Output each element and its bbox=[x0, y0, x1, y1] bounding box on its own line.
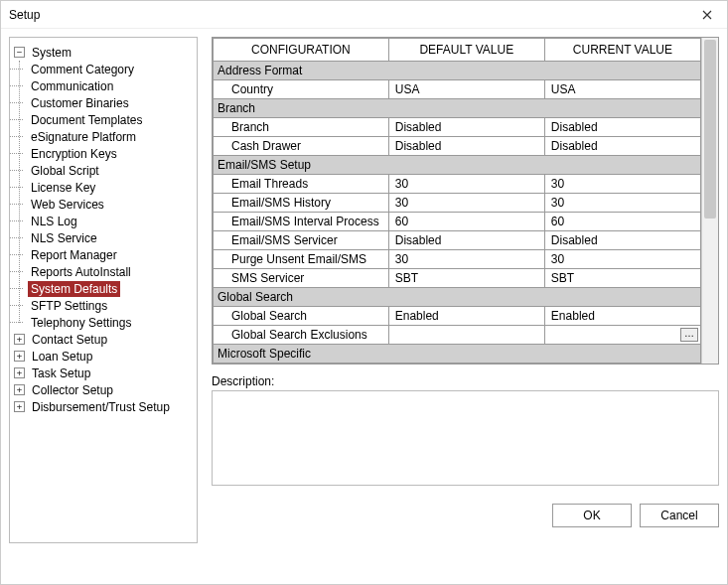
default-value-cell: 30 bbox=[388, 194, 544, 213]
tree-node-report-manager[interactable]: Report Manager bbox=[28, 246, 193, 263]
config-grid-wrap: CONFIGURATION DEFAULT VALUE CURRENT VALU… bbox=[212, 37, 719, 365]
tree-node-label: Encryption Keys bbox=[28, 146, 120, 162]
config-row[interactable]: Cash DrawerDisabledDisabled bbox=[214, 137, 701, 156]
nav-tree-panel: −SystemComment CategoryCommunicationCust… bbox=[9, 37, 198, 543]
expand-icon[interactable]: + bbox=[14, 384, 25, 395]
config-name-cell: Cash Drawer bbox=[214, 137, 389, 156]
tree-node-nls-service[interactable]: NLS Service bbox=[28, 229, 193, 246]
col-header-default[interactable]: DEFAULT VALUE bbox=[388, 39, 544, 62]
section-header: Branch bbox=[214, 99, 701, 118]
close-icon bbox=[702, 10, 712, 20]
current-value-cell[interactable]: SBT bbox=[544, 269, 700, 288]
tree-node-collector-setup[interactable]: +Collector Setup bbox=[14, 381, 193, 398]
config-name-cell: Global Search bbox=[214, 307, 389, 326]
section-row: Address Format bbox=[214, 62, 701, 80]
tree-node-comment-category[interactable]: Comment Category bbox=[28, 61, 193, 77]
tree-node-sftp-settings[interactable]: SFTP Settings bbox=[28, 297, 193, 314]
default-value-cell: Disabled bbox=[388, 231, 544, 250]
config-name-cell: Email/SMS Servicer bbox=[214, 231, 389, 250]
tree-node-label: System Defaults bbox=[28, 281, 120, 297]
tree-node-label: Collector Setup bbox=[29, 382, 116, 398]
tree-node-web-services[interactable]: Web Services bbox=[28, 196, 193, 213]
tree-node-encryption-keys[interactable]: Encryption Keys bbox=[28, 145, 193, 162]
tree-node-nls-log[interactable]: NLS Log bbox=[28, 213, 193, 229]
expand-icon[interactable]: + bbox=[14, 334, 25, 345]
tree-node-loan-setup[interactable]: +Loan Setup bbox=[14, 348, 193, 365]
config-row[interactable]: Encrypt SQL ConnectionDisabledDisabled bbox=[214, 364, 701, 365]
tree-node-communication[interactable]: Communication bbox=[28, 77, 193, 94]
tree-node-label: SFTP Settings bbox=[28, 298, 110, 314]
tree-node-label: License Key bbox=[28, 180, 98, 196]
config-name-cell: Global Search Exclusions bbox=[214, 326, 389, 345]
config-row[interactable]: Email/SMS ServicerDisabledDisabled bbox=[214, 231, 701, 250]
scrollbar-thumb[interactable] bbox=[704, 40, 716, 219]
tree-node-system-defaults[interactable]: System Defaults bbox=[28, 280, 193, 297]
current-value-cell[interactable]: Disabled bbox=[544, 364, 700, 365]
expand-icon[interactable]: + bbox=[14, 367, 25, 378]
current-value-cell[interactable]: 60 bbox=[544, 213, 700, 231]
cancel-button[interactable]: Cancel bbox=[640, 504, 719, 527]
dialog-button-row: OK Cancel bbox=[212, 504, 719, 527]
config-row[interactable]: Email Threads3030 bbox=[214, 175, 701, 194]
close-button[interactable] bbox=[695, 3, 719, 27]
tree-node-document-templates[interactable]: Document Templates bbox=[28, 111, 193, 128]
config-name-cell: Branch bbox=[214, 118, 389, 137]
tree-node-label: Report Manager bbox=[28, 247, 120, 263]
config-row[interactable]: Email/SMS History3030 bbox=[214, 194, 701, 213]
default-value-cell: Disabled bbox=[388, 137, 544, 156]
grid-scrollbar[interactable] bbox=[701, 38, 718, 364]
tree-node-reports-autoinstall[interactable]: Reports AutoInstall bbox=[28, 263, 193, 280]
current-value-cell[interactable]: USA bbox=[544, 80, 700, 99]
current-value-cell[interactable]: Disabled bbox=[544, 231, 700, 250]
section-row: Branch bbox=[214, 99, 701, 118]
section-header: Address Format bbox=[214, 62, 701, 80]
current-value-cell[interactable]: 30 bbox=[544, 250, 700, 269]
config-grid: CONFIGURATION DEFAULT VALUE CURRENT VALU… bbox=[213, 38, 701, 364]
tree-node-license-key[interactable]: License Key bbox=[28, 179, 193, 196]
default-value-cell: 60 bbox=[388, 213, 544, 231]
tree-node-customer-binaries[interactable]: Customer Binaries bbox=[28, 94, 193, 111]
default-value-cell: USA bbox=[388, 80, 544, 99]
config-row[interactable]: Email/SMS Interval Process6060 bbox=[214, 213, 701, 231]
current-value-cell[interactable]: 30 bbox=[544, 175, 700, 194]
tree-node-contact-setup[interactable]: +Contact Setup bbox=[14, 331, 193, 348]
config-row[interactable]: Purge Unsent Email/SMS3030 bbox=[214, 250, 701, 269]
collapse-icon[interactable]: − bbox=[14, 47, 25, 58]
default-value-cell bbox=[388, 326, 544, 345]
config-row[interactable]: Global SearchEnabledEnabled bbox=[214, 307, 701, 326]
config-row[interactable]: BranchDisabledDisabled bbox=[214, 118, 701, 137]
current-value-cell[interactable]: Disabled bbox=[544, 118, 700, 137]
config-row[interactable]: SMS ServicerSBTSBT bbox=[214, 269, 701, 288]
default-value-cell: 30 bbox=[388, 250, 544, 269]
current-value-cell[interactable]: Disabled bbox=[544, 137, 700, 156]
tree-node-label: Loan Setup bbox=[29, 349, 95, 365]
expand-icon[interactable]: + bbox=[14, 401, 25, 412]
default-value-cell: 30 bbox=[388, 175, 544, 194]
tree-node-esignature-platform[interactable]: eSignature Platform bbox=[28, 128, 193, 145]
config-name-cell: SMS Servicer bbox=[214, 269, 389, 288]
tree-node-system[interactable]: −System bbox=[14, 44, 193, 61]
tree-node-global-script[interactable]: Global Script bbox=[28, 162, 193, 179]
section-row: Email/SMS Setup bbox=[214, 156, 701, 175]
col-header-current[interactable]: CURRENT VALUE bbox=[544, 39, 700, 62]
tree-node-task-setup[interactable]: +Task Setup bbox=[14, 365, 193, 381]
col-header-configuration[interactable]: CONFIGURATION bbox=[214, 39, 389, 62]
default-value-cell: Disabled bbox=[388, 364, 544, 365]
current-value-cell[interactable]: 30 bbox=[544, 194, 700, 213]
description-textarea[interactable] bbox=[212, 390, 719, 486]
tree-node-label: Reports AutoInstall bbox=[28, 264, 134, 280]
ok-button[interactable]: OK bbox=[552, 504, 632, 527]
config-row[interactable]: Global Search Exclusions… bbox=[214, 326, 701, 345]
expand-icon[interactable]: + bbox=[14, 351, 25, 362]
config-name-cell: Purge Unsent Email/SMS bbox=[214, 250, 389, 269]
config-name-cell: Country bbox=[214, 80, 389, 99]
current-value-cell[interactable]: Enabled bbox=[544, 307, 700, 326]
tree-node-label: Global Script bbox=[28, 163, 102, 179]
config-name-cell: Email Threads bbox=[214, 175, 389, 194]
current-value-cell[interactable]: … bbox=[544, 326, 700, 345]
ellipsis-button[interactable]: … bbox=[680, 328, 698, 342]
tree-node-telephony-settings[interactable]: Telephony Settings bbox=[28, 314, 193, 331]
tree-node-disbursement-trust-setup[interactable]: +Disbursement/Trust Setup bbox=[14, 398, 193, 415]
tree-node-label: Contact Setup bbox=[29, 332, 110, 348]
config-row[interactable]: CountryUSAUSA bbox=[214, 80, 701, 99]
